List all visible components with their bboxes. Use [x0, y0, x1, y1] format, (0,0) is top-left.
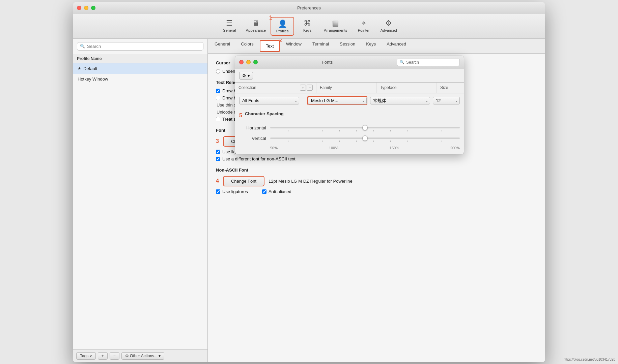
other-actions-label: ⚙ Other Actions... — [125, 354, 158, 358]
tab-text[interactable]: 2 Text — [260, 40, 280, 52]
tab-advanced[interactable]: Advanced — [381, 39, 412, 53]
family-header: Family — [316, 83, 376, 93]
title-bar: Preferences — [73, 2, 545, 14]
preferences-window: Preferences ☰ General 🖥 Appearance 1 👤 P… — [73, 2, 545, 362]
ambiguous-checkbox[interactable] — [216, 117, 220, 121]
minimize-button[interactable] — [84, 6, 88, 10]
change-nonascii-font-button[interactable]: Change Font — [223, 176, 264, 186]
character-spacing-title: Character Spacing — [245, 111, 284, 116]
cursor-underline-radio[interactable] — [216, 69, 220, 73]
slider-percent-labels: 50% 100% 150% 200% — [239, 145, 460, 151]
pointer-icon: ⌖ — [362, 19, 366, 28]
tick — [442, 130, 442, 131]
popup-close-button[interactable] — [239, 60, 244, 64]
tab-keys[interactable]: Keys — [361, 39, 381, 53]
popup-min-button[interactable] — [246, 60, 251, 64]
sidebar-footer: Tags > + − ⚙ Other Actions... ▾ — [73, 349, 207, 362]
nonascii-font-checkbox[interactable] — [216, 157, 220, 161]
annotation-3: 3 — [216, 138, 219, 144]
advanced-icon: ⚙ — [385, 19, 392, 28]
toolbar-item-profiles[interactable]: 1 👤 Profiles — [271, 17, 294, 36]
fonts-popup-title: Fonts — [322, 60, 333, 65]
toolbar-item-advanced[interactable]: ⚙ Advanced — [377, 17, 400, 36]
size-label: Size — [440, 85, 448, 90]
tick — [390, 130, 391, 131]
content-area: General Colors 2 Text Window Terminal Se… — [208, 39, 545, 362]
profile-item-hotkey[interactable]: Hotkey Window — [73, 74, 207, 84]
toolbar-item-appearance[interactable]: 🖥 Appearance — [243, 17, 269, 36]
slider-100-label: 100% — [329, 146, 338, 150]
collection-select[interactable]: All Fonts — [239, 97, 299, 104]
other-actions-button[interactable]: ⚙ Other Actions... ▾ — [121, 352, 165, 360]
nonascii-antialiased-checkbox[interactable] — [262, 189, 266, 194]
slider-50-label: 50% — [270, 146, 278, 150]
tab-window[interactable]: Window — [281, 39, 307, 53]
maximize-button[interactable] — [91, 6, 95, 10]
url-watermark: https://blog.csdn.net/u010341732b — [564, 358, 615, 361]
vertical-slider-row: Vertical — [239, 135, 460, 142]
tab-session[interactable]: Session — [334, 39, 361, 53]
remove-profile-button[interactable]: − — [110, 352, 119, 360]
gear-icon: ⚙ — [242, 73, 246, 78]
size-select[interactable]: 12 — [433, 97, 460, 104]
tick — [322, 141, 322, 142]
tick — [271, 141, 271, 142]
bold-font-checkbox[interactable] — [216, 89, 220, 93]
tab-general[interactable]: General — [209, 39, 235, 53]
fonts-search-input[interactable] — [406, 60, 457, 65]
tick — [356, 141, 357, 142]
search-input[interactable] — [87, 44, 200, 49]
slider-150-label: 150% — [390, 146, 399, 150]
toolbar-label-keys: Keys — [303, 28, 311, 32]
nonascii-change-row: 4 Change Font 12pt Meslo LG M DZ Regular… — [216, 176, 537, 186]
tick — [373, 141, 374, 142]
nonascii-ligatures-checkbox[interactable] — [216, 189, 220, 194]
toolbar-item-arrangements[interactable]: ▦ Arrangements — [320, 17, 350, 36]
tick — [408, 141, 408, 142]
search-input-wrapper: 🔍 — [77, 42, 203, 51]
typeface-select[interactable]: 常规体 — [370, 97, 430, 104]
nonascii-font-label: Use a different font for non-ASCII text — [222, 156, 296, 161]
tick — [425, 141, 425, 142]
typeface-label: Typeface — [380, 85, 397, 90]
tick — [288, 141, 288, 142]
tick — [271, 130, 271, 131]
fonts-search-wrapper: 🔍 — [397, 59, 460, 66]
horizontal-slider[interactable] — [270, 127, 460, 128]
tick — [305, 130, 305, 131]
popup-gear-button[interactable]: ⚙ ▾ — [239, 72, 253, 80]
add-profile-button[interactable]: + — [98, 352, 108, 360]
profile-item-default[interactable]: ★ Default — [73, 63, 207, 74]
tick — [459, 141, 459, 142]
annotation-2: 2 — [279, 39, 282, 43]
tags-button[interactable]: Tags > — [76, 352, 96, 360]
profile-name-default: Default — [83, 66, 97, 71]
tab-terminal[interactable]: Terminal — [307, 39, 334, 53]
popup-max-button[interactable] — [253, 60, 258, 64]
remove-collection-button[interactable]: − — [307, 85, 313, 91]
fonts-search-icon: 🔍 — [400, 60, 404, 64]
keys-icon: ⌘ — [304, 19, 311, 28]
main-content: 🔍 Profile Name ★ Default Hotkey Window T… — [73, 39, 545, 362]
popup-toolbar: ⚙ ▾ — [235, 69, 464, 83]
toolbar-item-pointer[interactable]: ⌖ Pointer — [352, 17, 375, 36]
tab-colors[interactable]: Colors — [235, 39, 259, 53]
tick — [373, 130, 374, 131]
close-button[interactable] — [77, 6, 81, 10]
family-select[interactable]: Meslo LG M... — [308, 97, 367, 104]
profiles-icon: 👤 — [278, 20, 287, 28]
vertical-label: Vertical — [239, 136, 266, 141]
tick — [288, 130, 288, 131]
popup-selects-row: All Fonts Meslo LG M... 常规体 — [235, 93, 464, 108]
window-controls — [77, 6, 95, 10]
toolbar-item-keys[interactable]: ⌘ Keys — [296, 17, 319, 36]
vertical-slider[interactable] — [270, 138, 460, 139]
vertical-slider-container — [270, 135, 460, 142]
dropdown-arrow-icon: ▾ — [159, 354, 161, 358]
add-remove-buttons: + − — [300, 85, 313, 91]
bold-bright-checkbox[interactable] — [216, 96, 220, 100]
ligatures-checkbox[interactable] — [216, 150, 220, 154]
toolbar-item-general[interactable]: ☰ General — [218, 17, 241, 36]
nonascii-font-row: Use a different font for non-ASCII text — [216, 156, 537, 161]
add-collection-button[interactable]: + — [300, 85, 306, 91]
